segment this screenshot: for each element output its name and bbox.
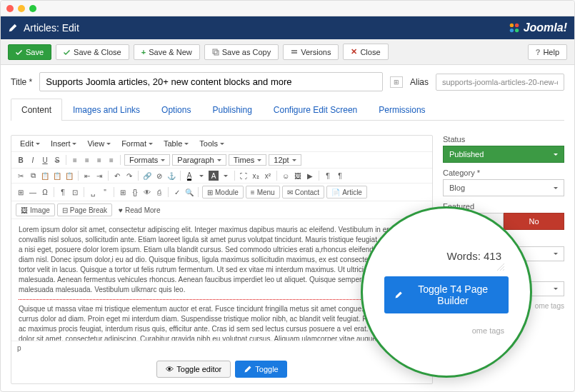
caret-icon[interactable] — [221, 171, 231, 181]
rtl-icon[interactable]: ¶ — [335, 171, 345, 181]
sub-icon[interactable]: x₂ — [251, 171, 261, 181]
save-new-button[interactable]: + Save & New — [134, 44, 200, 60]
menu-view[interactable]: View — [83, 138, 115, 149]
print-icon[interactable]: ⎙ — [154, 187, 164, 197]
copy-icon — [212, 49, 219, 56]
paragraph-select[interactable]: Paragraph — [172, 154, 226, 166]
tab-bar: Content Images and Links Options Publish… — [11, 99, 564, 121]
align-left-icon[interactable]: ≡ — [70, 155, 80, 165]
menu-insert[interactable]: Insert — [46, 138, 81, 149]
paste-icon[interactable]: 📋 — [40, 171, 50, 181]
paste-text-icon[interactable]: 📋 — [52, 171, 62, 181]
cut-icon[interactable]: ✂ — [16, 171, 26, 181]
maximize-window-icon[interactable] — [29, 5, 36, 12]
code-icon[interactable]: {} — [130, 187, 140, 197]
tab-options[interactable]: Options — [151, 99, 201, 121]
save-close-button[interactable]: Save & Close — [56, 44, 129, 60]
help-button[interactable]: ? Help — [528, 44, 567, 60]
featured-no[interactable]: No — [504, 213, 564, 230]
unlink-icon[interactable]: ⊘ — [154, 171, 164, 181]
redo-icon[interactable]: ↷ — [124, 171, 134, 181]
undo-icon[interactable]: ↶ — [112, 171, 122, 181]
save-copy-button[interactable]: Save as Copy — [204, 44, 279, 60]
sup-icon[interactable]: x² — [263, 171, 273, 181]
zoom-toggle-builder-button[interactable]: Toggle T4 Page Builder — [384, 276, 509, 313]
showblocks-icon[interactable]: ¶ — [58, 187, 68, 197]
menu-tools[interactable]: Tools — [195, 138, 229, 149]
contact-button[interactable]: ✉ Contact — [282, 186, 324, 198]
preview-icon[interactable]: 👁 — [142, 187, 152, 197]
font-select[interactable]: Times — [229, 154, 267, 166]
table-icon[interactable]: ⊞ — [16, 187, 26, 197]
tab-images-links[interactable]: Images and Links — [62, 99, 151, 121]
pagebreak-button[interactable]: ⊟ Page Break — [57, 203, 112, 216]
spellcheck-icon[interactable]: ✓ — [172, 187, 182, 197]
video-icon[interactable]: ▶ — [305, 171, 315, 181]
emoji-icon[interactable]: ☺ — [281, 171, 291, 181]
minimize-window-icon[interactable] — [18, 5, 25, 12]
menu-button[interactable]: ≡ Menu — [246, 186, 280, 198]
readmore-button[interactable]: ♥ Read More — [114, 203, 164, 216]
tab-configure[interactable]: Configure Edit Screen — [263, 99, 368, 121]
visualchars-icon[interactable]: ⊡ — [70, 187, 80, 197]
toggle-builder-button[interactable]: Toggle — [235, 361, 286, 378]
element-path[interactable]: p — [17, 344, 21, 352]
search-icon[interactable]: 🔍 — [184, 187, 194, 197]
article-button[interactable]: 📄 Article — [326, 186, 367, 198]
svg-point-3 — [515, 29, 519, 32]
textcolor-icon[interactable]: A — [184, 171, 194, 181]
alias-input[interactable] — [436, 74, 564, 91]
tab-publishing[interactable]: Publishing — [201, 99, 262, 121]
bgcolor-icon[interactable]: A — [209, 171, 219, 181]
ltr-icon[interactable]: ¶ — [323, 171, 333, 181]
align-right-icon[interactable]: ≡ — [94, 155, 104, 165]
fontsize-select[interactable]: 12pt — [269, 154, 301, 166]
editor-toolbar-2: ✂ ⧉ 📋 📋 📋 ⇤ ⇥ ↶ ↷ 🔗 ⊘ ⚓ A A — [11, 169, 432, 184]
nonbreaking-icon[interactable]: ␣ — [88, 187, 98, 197]
align-center-icon[interactable]: ≡ — [82, 155, 92, 165]
menu-table[interactable]: Table — [159, 138, 193, 149]
menu-edit[interactable]: Edit — [16, 138, 44, 149]
blockquote-icon[interactable]: " — [100, 187, 110, 197]
title-suffix-icon[interactable]: ⊞ — [390, 76, 403, 88]
tab-permissions[interactable]: Permissions — [368, 99, 436, 121]
fullscreen-icon[interactable]: ⛶ — [239, 171, 249, 181]
bold-icon[interactable]: B — [16, 155, 26, 165]
category-select[interactable]: Blog — [443, 179, 564, 196]
link-icon[interactable]: 🔗 — [142, 171, 152, 181]
editor-toolbar-3: ⊞ — Ω ¶ ⊡ ␣ " ⊞ {} 👁 ⎙ ✓ 🔍 ⊞ Module ≡ Me… — [11, 184, 432, 201]
editor-toolbar-1: B I U S ≡ ≡ ≡ ≡ Formats Paragraph Times … — [11, 152, 432, 169]
close-button[interactable]: ✕ Close — [343, 44, 388, 60]
strike-icon[interactable]: S — [52, 155, 62, 165]
module-button[interactable]: ⊞ Module — [202, 186, 244, 198]
specialchar-icon[interactable]: Ω — [40, 187, 50, 197]
outdent-icon[interactable]: ⇤ — [82, 171, 92, 181]
image-button[interactable]: 🖼 Image — [16, 203, 55, 216]
editor-statusbar: p Words: 413 — [11, 341, 432, 355]
template-icon[interactable]: ⊞ — [118, 187, 128, 197]
indent-icon[interactable]: ⇥ — [94, 171, 104, 181]
toggle-editor-button[interactable]: 👁 Toggle editor — [156, 361, 231, 378]
italic-icon[interactable]: I — [28, 155, 38, 165]
close-window-icon[interactable] — [6, 5, 14, 12]
tab-content[interactable]: Content — [11, 99, 62, 121]
title-input[interactable] — [39, 72, 383, 91]
close-icon: ✕ — [351, 47, 357, 56]
underline-icon[interactable]: U — [40, 155, 50, 165]
hr-icon[interactable]: — — [28, 187, 38, 197]
save-button[interactable]: Save — [8, 44, 51, 60]
status-select[interactable]: Published — [443, 146, 564, 163]
image-icon[interactable]: 🖼 — [293, 171, 303, 181]
formats-select[interactable]: Formats — [124, 154, 170, 166]
paste-word-icon[interactable]: 📋 — [64, 171, 74, 181]
zoom-tags-hint: ome tags — [472, 326, 504, 335]
anchor-icon[interactable]: ⚓ — [166, 171, 176, 181]
align-justify-icon[interactable]: ≡ — [106, 155, 116, 165]
menu-format[interactable]: Format — [117, 138, 157, 149]
caret-icon[interactable] — [196, 171, 206, 181]
versions-button[interactable]: Versions — [283, 44, 339, 60]
svg-point-0 — [509, 24, 513, 27]
svg-point-2 — [509, 29, 513, 32]
copy-icon[interactable]: ⧉ — [28, 171, 38, 181]
editor-toolbar-4: 🖼 Image ⊟ Page Break ♥ Read More — [11, 201, 432, 219]
